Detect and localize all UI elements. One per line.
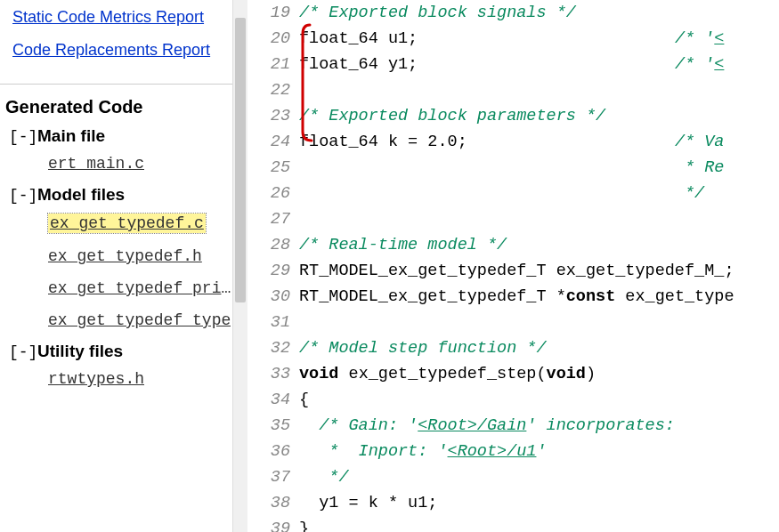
file-ex-get-typedef-private-h[interactable]: ex_get_typedef_priva xyxy=(48,279,235,297)
token-comment: /* Real-time model */ xyxy=(299,236,507,254)
token-comment: /* Va xyxy=(675,133,725,151)
token-comment: /* ' xyxy=(675,55,714,74)
token-comment: ' xyxy=(536,442,546,461)
line-number: 37 xyxy=(255,464,299,490)
code-text: float_64 u1; /* '< xyxy=(299,26,779,52)
line-number: 39 xyxy=(255,516,299,532)
token-plain xyxy=(299,184,675,203)
code-text: /* Exported block signals */ xyxy=(299,0,779,26)
token-plain: y1 = k * u1; xyxy=(299,494,437,512)
code-text: float_64 y1; /* '< xyxy=(299,52,779,77)
code-line: 21float_64 y1; /* '< xyxy=(255,52,779,77)
code-line: 28/* Real-time model */ xyxy=(255,232,779,258)
code-line: 22 xyxy=(255,77,779,103)
code-text: /* Gain: '<Root>/Gain' incorporates: xyxy=(299,413,779,439)
token-plain: ex_get_typedef_step( xyxy=(338,365,546,383)
code-line: 20float_64 u1; /* '< xyxy=(255,26,779,52)
tree-group-main: [-] Main file ert_main.c xyxy=(5,126,247,181)
code-line: 29RT_MODEL_ex_get_typedef_T ex_get_typed… xyxy=(255,258,779,284)
code-line: 32/* Model step function */ xyxy=(255,335,779,361)
line-number: 32 xyxy=(255,335,299,361)
line-number: 23 xyxy=(255,103,299,129)
file-ex-get-typedef-h[interactable]: ex_get_typedef.h xyxy=(48,247,202,265)
code-line: 37 */ xyxy=(255,464,779,490)
link-code-replacements[interactable]: Code Replacements Report xyxy=(12,41,210,59)
token-plain: ex_get_type xyxy=(615,287,734,306)
token-comment: * Inport: ' xyxy=(299,442,448,461)
code-text: /* Model step function */ xyxy=(299,335,779,361)
token-comment: /* Exported block signals */ xyxy=(299,4,576,22)
code-line: 36 * Inport: '<Root>/u1' xyxy=(255,439,779,464)
token-plain: RT_MODEL_ex_get_typedef_T ex_get_typedef… xyxy=(299,262,734,280)
code-line: 38 y1 = k * u1; xyxy=(255,490,779,516)
code-line: 34{ xyxy=(255,387,779,413)
token-plain: float_64 y1; xyxy=(299,55,675,74)
code-text: RT_MODEL_ex_get_typedef_T ex_get_typedef… xyxy=(299,258,779,284)
line-number: 25 xyxy=(255,155,299,181)
toggle-main-file[interactable]: [-] xyxy=(5,128,37,146)
code-line: 23/* Exported block parameters */ xyxy=(255,103,779,129)
token-comment: ' incorporates: xyxy=(526,416,675,435)
code-line: 39} xyxy=(255,516,779,532)
code-line: 25 * Re xyxy=(255,155,779,181)
sidebar: Static Code Metrics Report Code Replacem… xyxy=(0,0,247,532)
line-number: 31 xyxy=(255,310,299,335)
link-static-metrics[interactable]: Static Code Metrics Report xyxy=(12,8,204,26)
code-text: } xyxy=(299,516,779,532)
toggle-model-files[interactable]: [-] xyxy=(5,187,37,205)
token-link-code[interactable]: < xyxy=(714,29,724,48)
code-text: y1 = k * u1; xyxy=(299,490,779,516)
token-comment: /* Gain: ' xyxy=(299,416,418,435)
code-line: 24float_64 k = 2.0; /* Va xyxy=(255,129,779,155)
code-pane[interactable]: 19/* Exported block signals */20float_64… xyxy=(247,0,779,532)
tree-group-utility: [-] Utility files rtwtypes.h xyxy=(5,342,247,397)
token-comment: /* ' xyxy=(675,29,714,48)
code-text: /* Exported block parameters */ xyxy=(299,103,779,129)
line-number: 21 xyxy=(255,52,299,77)
file-ex-get-typedef-c[interactable]: ex_get_typedef.c xyxy=(48,214,206,233)
line-number: 38 xyxy=(255,490,299,516)
line-number: 19 xyxy=(255,0,299,26)
token-plain: float_64 u1; xyxy=(299,29,675,48)
line-number: 20 xyxy=(255,26,299,52)
file-ex-get-typedef-types-h[interactable]: ex_get_typedef_type xyxy=(48,311,231,329)
file-rtwtypes-h[interactable]: rtwtypes.h xyxy=(48,370,144,388)
line-number: 24 xyxy=(255,129,299,155)
code-line: 27 xyxy=(255,206,779,232)
code-text xyxy=(299,206,779,232)
code-line: 31 xyxy=(255,310,779,335)
code-text: */ xyxy=(299,181,779,206)
scroll-thumb[interactable] xyxy=(235,18,246,302)
app-container: Static Code Metrics Report Code Replacem… xyxy=(0,0,779,532)
token-link-code[interactable]: <Root>/Gain xyxy=(418,416,526,435)
label-utility-files: Utility files xyxy=(37,342,123,361)
code-line: 33void ex_get_typedef_step(void) xyxy=(255,361,779,387)
token-keyword: void xyxy=(547,365,586,383)
tree-group-model: [-] Model files ex_get_typedef.c ex_get_… xyxy=(5,185,247,338)
token-comment: */ xyxy=(299,468,349,487)
token-link-code[interactable]: <Root>/u1 xyxy=(448,442,537,461)
token-plain: } xyxy=(299,520,309,532)
file-ert-main-c[interactable]: ert_main.c xyxy=(48,155,144,173)
line-number: 29 xyxy=(255,258,299,284)
code-line: 19/* Exported block signals */ xyxy=(255,0,779,26)
token-plain: float_64 k = 2.0; xyxy=(299,133,675,151)
line-number: 26 xyxy=(255,181,299,206)
code-text: * Inport: '<Root>/u1' xyxy=(299,439,779,464)
code-text: void ex_get_typedef_step(void) xyxy=(299,361,779,387)
token-link-code[interactable]: < xyxy=(714,55,724,74)
code-line: 35 /* Gain: '<Root>/Gain' incorporates: xyxy=(255,413,779,439)
token-comment: /* Model step function */ xyxy=(299,339,547,358)
line-number: 22 xyxy=(255,77,299,103)
sidebar-scrollbar[interactable] xyxy=(232,0,247,532)
code-text xyxy=(299,77,779,103)
sidebar-top-links: Static Code Metrics Report Code Replacem… xyxy=(0,0,247,85)
toggle-utility-files[interactable]: [-] xyxy=(5,343,37,361)
token-plain xyxy=(299,158,675,177)
token-comment: /* Exported block parameters */ xyxy=(299,107,605,125)
code-text: */ xyxy=(299,464,779,490)
code-text xyxy=(299,310,779,335)
line-number: 36 xyxy=(255,439,299,464)
token-keyword: const xyxy=(566,287,616,306)
code-text: /* Real-time model */ xyxy=(299,232,779,258)
